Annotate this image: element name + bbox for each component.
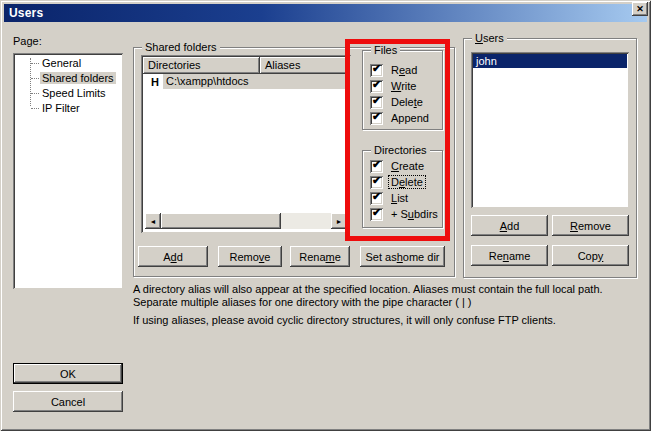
close-icon[interactable]: ✕	[632, 2, 648, 16]
list-checkbox[interactable]: ✔	[370, 192, 383, 205]
check-icon: ✔	[372, 158, 381, 171]
check-icon: ✔	[372, 62, 381, 75]
window-title: Users	[9, 6, 43, 20]
users-dialog: Users ✕ Page: General Shared folders Spe…	[0, 0, 651, 431]
directories-listview: Directories Aliases H C:\xampp\htdocs ◄ …	[141, 55, 351, 233]
directory-path: C:\xampp\htdocs	[163, 74, 349, 89]
checkbox-row-delete-dir[interactable]: ✔ Delete	[370, 175, 425, 189]
column-header-directories[interactable]: Directories	[143, 57, 260, 74]
tree-item-speed-limits[interactable]: Speed Limits	[13, 86, 123, 101]
write-checkbox[interactable]: ✔	[370, 80, 383, 93]
delete-dir-checkbox[interactable]: ✔	[370, 176, 383, 189]
checkbox-row-list[interactable]: ✔ List	[370, 191, 410, 205]
folder-add-button[interactable]: Add	[138, 246, 208, 267]
checkbox-row-delete-file[interactable]: ✔ Delete	[370, 95, 425, 109]
scrollbar-track[interactable]	[281, 213, 331, 229]
delete-file-checkbox[interactable]: ✔	[370, 96, 383, 109]
folder-rename-button[interactable]: Rename	[290, 246, 350, 267]
alias-note-2: If using aliases, please avoid cyclic di…	[133, 314, 638, 327]
horizontal-scrollbar[interactable]: ◄ ►	[145, 213, 347, 229]
check-icon: ✔	[372, 190, 381, 203]
files-permissions-group: Files ✔ Read ✔ Write ✔ Delete ✔ Append	[362, 50, 443, 130]
user-list-item[interactable]: john	[473, 54, 627, 68]
folder-remove-button[interactable]: Remove	[218, 246, 282, 267]
listview-header: Directories Aliases	[143, 57, 349, 74]
directory-row[interactable]: H C:\xampp\htdocs	[143, 74, 349, 90]
check-icon: ✔	[372, 206, 381, 219]
users-listbox[interactable]: john	[471, 52, 629, 208]
column-header-aliases[interactable]: Aliases	[260, 57, 349, 74]
scrollbar-thumb[interactable]	[161, 213, 281, 229]
scroll-right-icon[interactable]: ►	[331, 213, 347, 229]
scroll-left-icon[interactable]: ◄	[145, 213, 161, 229]
checkbox-row-create[interactable]: ✔ Create	[370, 159, 426, 173]
set-as-home-dir-button[interactable]: Set as home dir	[360, 246, 445, 267]
cancel-button[interactable]: Cancel	[13, 391, 123, 412]
user-add-button[interactable]: Add	[471, 215, 548, 236]
user-remove-button[interactable]: Remove	[552, 215, 629, 236]
create-checkbox[interactable]: ✔	[370, 160, 383, 173]
files-group-label: Files	[371, 44, 400, 56]
check-icon: ✔	[372, 78, 381, 91]
tree-item-shared-folders[interactable]: Shared folders	[13, 71, 123, 86]
user-rename-button[interactable]: Rename	[471, 245, 548, 266]
checkbox-row-subdirs[interactable]: ✔ + Subdirs	[370, 207, 440, 221]
check-icon: ✔	[372, 110, 381, 123]
tree-item-ip-filter[interactable]: IP Filter	[13, 101, 123, 116]
page-tree: General Shared folders Speed Limits IP F…	[13, 53, 123, 289]
append-checkbox[interactable]: ✔	[370, 112, 383, 125]
check-icon: ✔	[372, 94, 381, 107]
checkbox-row-append[interactable]: ✔ Append	[370, 111, 431, 125]
alias-note-1: A directory alias will also appear at th…	[133, 283, 638, 309]
checkbox-row-write[interactable]: ✔ Write	[370, 79, 418, 93]
directories-permissions-group: Directories ✔ Create ✔ Delete ✔ List ✔ +…	[362, 150, 443, 228]
directories-group-label: Directories	[371, 144, 430, 156]
check-icon: ✔	[372, 174, 381, 187]
ok-button[interactable]: OK	[13, 363, 123, 384]
user-copy-button[interactable]: Copy	[552, 245, 629, 266]
checkbox-row-read[interactable]: ✔ Read	[370, 63, 419, 77]
tree-item-general[interactable]: General	[13, 56, 123, 71]
read-checkbox[interactable]: ✔	[370, 64, 383, 77]
titlebar[interactable]: Users	[4, 4, 647, 22]
home-dir-flag: H	[151, 74, 159, 90]
shared-folders-group-label: Shared folders	[142, 41, 220, 53]
subdirs-checkbox[interactable]: ✔	[370, 208, 383, 221]
page-label: Page:	[13, 35, 42, 47]
users-group-label: Users	[472, 32, 507, 44]
alias-notes: A directory alias will also appear at th…	[133, 283, 638, 327]
